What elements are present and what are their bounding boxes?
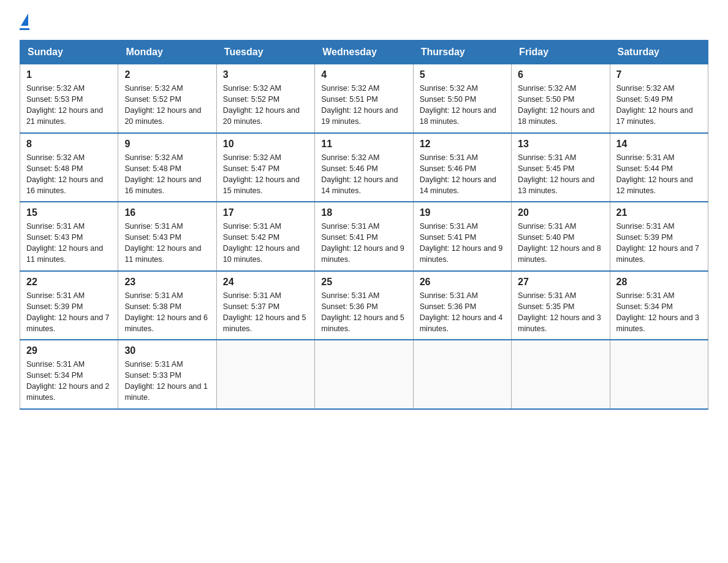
- day-info: Sunrise: 5:32 AMSunset: 5:50 PMDaylight:…: [420, 83, 505, 128]
- calendar-cell: 26Sunrise: 5:31 AMSunset: 5:36 PMDayligh…: [413, 271, 511, 340]
- calendar-header-wednesday: Wednesday: [315, 40, 413, 64]
- calendar-header-row: SundayMondayTuesdayWednesdayThursdayFrid…: [20, 40, 708, 64]
- day-info: Sunrise: 5:32 AMSunset: 5:52 PMDaylight:…: [223, 83, 308, 128]
- calendar-cell: 23Sunrise: 5:31 AMSunset: 5:38 PMDayligh…: [118, 271, 216, 340]
- day-info: Sunrise: 5:32 AMSunset: 5:48 PMDaylight:…: [124, 152, 210, 197]
- day-number: 29: [26, 345, 112, 356]
- day-number: 9: [124, 139, 210, 150]
- calendar-cell: 10Sunrise: 5:32 AMSunset: 5:47 PMDayligh…: [216, 133, 314, 202]
- calendar-cell: [216, 340, 314, 409]
- calendar-cell: [512, 340, 610, 409]
- logo-triangle-icon: [21, 13, 28, 26]
- day-number: 30: [124, 345, 210, 356]
- day-info: Sunrise: 5:32 AMSunset: 5:53 PMDaylight:…: [26, 83, 112, 128]
- day-info: Sunrise: 5:31 AMSunset: 5:42 PMDaylight:…: [223, 221, 308, 266]
- calendar-cell: 4Sunrise: 5:32 AMSunset: 5:51 PMDaylight…: [315, 64, 413, 133]
- day-number: 24: [223, 277, 308, 288]
- day-number: 23: [124, 277, 210, 288]
- day-info: Sunrise: 5:31 AMSunset: 5:41 PMDaylight:…: [420, 221, 505, 266]
- day-info: Sunrise: 5:31 AMSunset: 5:43 PMDaylight:…: [26, 221, 112, 266]
- calendar-cell: 11Sunrise: 5:32 AMSunset: 5:46 PMDayligh…: [315, 133, 413, 202]
- calendar-body: 1Sunrise: 5:32 AMSunset: 5:53 PMDaylight…: [20, 64, 708, 409]
- calendar-cell: 8Sunrise: 5:32 AMSunset: 5:48 PMDaylight…: [20, 133, 118, 202]
- calendar-cell: 12Sunrise: 5:31 AMSunset: 5:46 PMDayligh…: [413, 133, 511, 202]
- day-info: Sunrise: 5:31 AMSunset: 5:36 PMDaylight:…: [321, 290, 406, 335]
- day-info: Sunrise: 5:31 AMSunset: 5:35 PMDaylight:…: [518, 290, 603, 335]
- day-number: 15: [26, 207, 112, 218]
- calendar-cell: [610, 340, 708, 409]
- day-info: Sunrise: 5:32 AMSunset: 5:46 PMDaylight:…: [321, 152, 406, 197]
- day-number: 19: [420, 207, 505, 218]
- day-info: Sunrise: 5:31 AMSunset: 5:38 PMDaylight:…: [124, 290, 210, 335]
- day-info: Sunrise: 5:31 AMSunset: 5:44 PMDaylight:…: [616, 152, 702, 197]
- calendar-week-row: 29Sunrise: 5:31 AMSunset: 5:34 PMDayligh…: [20, 340, 708, 409]
- calendar-cell: 7Sunrise: 5:32 AMSunset: 5:49 PMDaylight…: [610, 64, 708, 133]
- logo: [20, 15, 29, 30]
- calendar-cell: 5Sunrise: 5:32 AMSunset: 5:50 PMDaylight…: [413, 64, 511, 133]
- calendar-cell: 2Sunrise: 5:32 AMSunset: 5:52 PMDaylight…: [118, 64, 216, 133]
- day-number: 14: [616, 139, 702, 150]
- day-info: Sunrise: 5:31 AMSunset: 5:34 PMDaylight:…: [616, 290, 702, 335]
- calendar-header-sunday: Sunday: [20, 40, 118, 64]
- day-info: Sunrise: 5:31 AMSunset: 5:39 PMDaylight:…: [616, 221, 702, 266]
- calendar-cell: 15Sunrise: 5:31 AMSunset: 5:43 PMDayligh…: [20, 202, 118, 271]
- day-info: Sunrise: 5:31 AMSunset: 5:37 PMDaylight:…: [223, 290, 308, 335]
- day-info: Sunrise: 5:32 AMSunset: 5:51 PMDaylight:…: [321, 83, 406, 128]
- calendar-cell: 9Sunrise: 5:32 AMSunset: 5:48 PMDaylight…: [118, 133, 216, 202]
- day-info: Sunrise: 5:31 AMSunset: 5:39 PMDaylight:…: [26, 290, 112, 335]
- day-number: 28: [616, 277, 702, 288]
- day-number: 22: [26, 277, 112, 288]
- calendar-cell: 18Sunrise: 5:31 AMSunset: 5:41 PMDayligh…: [315, 202, 413, 271]
- calendar-cell: [315, 340, 413, 409]
- calendar-cell: 19Sunrise: 5:31 AMSunset: 5:41 PMDayligh…: [413, 202, 511, 271]
- day-number: 17: [223, 207, 308, 218]
- day-number: 21: [616, 207, 702, 218]
- page-header: [20, 15, 708, 30]
- calendar-header-tuesday: Tuesday: [216, 40, 314, 64]
- calendar-cell: 24Sunrise: 5:31 AMSunset: 5:37 PMDayligh…: [216, 271, 314, 340]
- calendar-cell: 13Sunrise: 5:31 AMSunset: 5:45 PMDayligh…: [512, 133, 610, 202]
- day-info: Sunrise: 5:31 AMSunset: 5:41 PMDaylight:…: [321, 221, 406, 266]
- calendar-cell: 29Sunrise: 5:31 AMSunset: 5:34 PMDayligh…: [20, 340, 118, 409]
- calendar-cell: 27Sunrise: 5:31 AMSunset: 5:35 PMDayligh…: [512, 271, 610, 340]
- day-info: Sunrise: 5:31 AMSunset: 5:43 PMDaylight:…: [124, 221, 210, 266]
- day-number: 25: [321, 277, 406, 288]
- calendar-week-row: 15Sunrise: 5:31 AMSunset: 5:43 PMDayligh…: [20, 202, 708, 271]
- day-number: 11: [321, 139, 406, 150]
- day-info: Sunrise: 5:32 AMSunset: 5:50 PMDaylight:…: [518, 83, 603, 128]
- calendar-cell: 6Sunrise: 5:32 AMSunset: 5:50 PMDaylight…: [512, 64, 610, 133]
- day-number: 16: [124, 207, 210, 218]
- calendar-cell: 30Sunrise: 5:31 AMSunset: 5:33 PMDayligh…: [118, 340, 216, 409]
- day-number: 3: [223, 69, 308, 80]
- calendar-cell: 3Sunrise: 5:32 AMSunset: 5:52 PMDaylight…: [216, 64, 314, 133]
- day-number: 1: [26, 69, 112, 80]
- day-number: 27: [518, 277, 603, 288]
- calendar-table: SundayMondayTuesdayWednesdayThursdayFrid…: [20, 40, 708, 410]
- calendar-week-row: 22Sunrise: 5:31 AMSunset: 5:39 PMDayligh…: [20, 271, 708, 340]
- day-number: 5: [420, 69, 505, 80]
- day-number: 26: [420, 277, 505, 288]
- calendar-header-thursday: Thursday: [413, 40, 511, 64]
- calendar-cell: 14Sunrise: 5:31 AMSunset: 5:44 PMDayligh…: [610, 133, 708, 202]
- calendar-cell: 16Sunrise: 5:31 AMSunset: 5:43 PMDayligh…: [118, 202, 216, 271]
- day-info: Sunrise: 5:32 AMSunset: 5:48 PMDaylight:…: [26, 152, 112, 197]
- day-number: 8: [26, 139, 112, 150]
- calendar-cell: 21Sunrise: 5:31 AMSunset: 5:39 PMDayligh…: [610, 202, 708, 271]
- day-number: 13: [518, 139, 603, 150]
- calendar-cell: 25Sunrise: 5:31 AMSunset: 5:36 PMDayligh…: [315, 271, 413, 340]
- day-info: Sunrise: 5:32 AMSunset: 5:47 PMDaylight:…: [223, 152, 308, 197]
- calendar-cell: [413, 340, 511, 409]
- calendar-cell: 17Sunrise: 5:31 AMSunset: 5:42 PMDayligh…: [216, 202, 314, 271]
- day-info: Sunrise: 5:32 AMSunset: 5:49 PMDaylight:…: [616, 83, 702, 128]
- calendar-header-friday: Friday: [512, 40, 610, 64]
- calendar-cell: 20Sunrise: 5:31 AMSunset: 5:40 PMDayligh…: [512, 202, 610, 271]
- calendar-header-saturday: Saturday: [610, 40, 708, 64]
- day-info: Sunrise: 5:31 AMSunset: 5:45 PMDaylight:…: [518, 152, 603, 197]
- calendar-header-monday: Monday: [118, 40, 216, 64]
- calendar-cell: 28Sunrise: 5:31 AMSunset: 5:34 PMDayligh…: [610, 271, 708, 340]
- day-info: Sunrise: 5:31 AMSunset: 5:36 PMDaylight:…: [420, 290, 505, 335]
- day-number: 6: [518, 69, 603, 80]
- day-number: 20: [518, 207, 603, 218]
- day-number: 7: [616, 69, 702, 80]
- logo-underline: [20, 28, 29, 30]
